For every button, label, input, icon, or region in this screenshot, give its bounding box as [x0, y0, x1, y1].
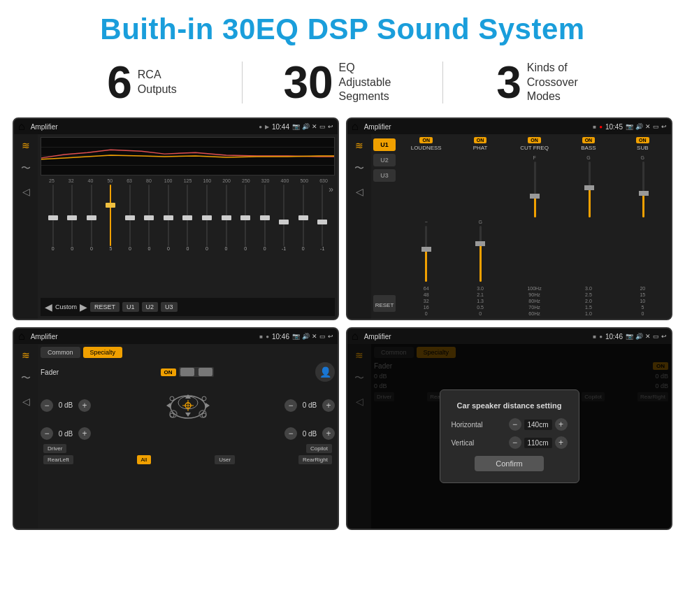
- dot-icon-2: ■: [593, 124, 596, 130]
- freq-125: 125: [178, 178, 198, 183]
- camera-icon-1: 📷: [292, 123, 300, 130]
- eq-main-area: 25 32 40 50 63 80 100 125 160 200 250 32…: [38, 134, 338, 319]
- dialog-confirm-button[interactable]: Confirm: [475, 456, 544, 471]
- dialog-vertical-plus[interactable]: +: [555, 436, 568, 449]
- wave-side-icon[interactable]: 〜: [21, 162, 31, 175]
- eq-side-icon[interactable]: ≋: [22, 140, 30, 151]
- amp-bass-toggle[interactable]: ON: [582, 137, 596, 143]
- side-icons-3: ≋ 〜 ◁: [14, 344, 38, 529]
- amp-cutfreq-toggle[interactable]: ON: [528, 137, 541, 143]
- eq-slider-12[interactable]: -1: [274, 185, 294, 251]
- amp-reset-label: RESET: [375, 302, 394, 308]
- screen-amp: ⌂ Amplifier ■ ● 10:45 📷 🔊 ✕ ▭ ↩ ≋ 〜 ◁: [346, 117, 672, 320]
- volume-side-icon[interactable]: ◁: [22, 186, 30, 197]
- wave-side-icon-2[interactable]: 〜: [354, 162, 364, 175]
- fader-fr-minus[interactable]: −: [284, 399, 297, 412]
- fader-label-all[interactable]: All: [137, 455, 152, 464]
- eq-bottom-bar: ◀ Custom ▶ RESET U1 U2 U3: [41, 298, 335, 316]
- fader-bar[interactable]: [179, 367, 214, 377]
- fader-tab-specialty[interactable]: Specialty: [83, 347, 123, 358]
- eq-slider-3[interactable]: 5: [101, 185, 121, 251]
- volume-side-icon-3[interactable]: ◁: [22, 396, 30, 407]
- eq-side-icon-2[interactable]: ≋: [355, 140, 363, 151]
- fader-label: Fader: [41, 368, 59, 376]
- fader-on-badge[interactable]: ON: [161, 368, 176, 376]
- screen-dialog: ⌂ Amplifier ■ ● 10:46 📷 🔊 ✕ ▭ ↩ ≋ 〜 ◁ C: [346, 327, 672, 530]
- amp-preset-u3[interactable]: U3: [373, 169, 396, 182]
- eq-play-btn[interactable]: ▶: [80, 301, 87, 313]
- back-icon-4[interactable]: ↩: [661, 333, 667, 340]
- statusbar-2: ⌂ Amplifier ■ ● 10:45 📷 🔊 ✕ ▭ ↩: [347, 119, 671, 134]
- eq-slider-2[interactable]: 0: [82, 185, 101, 251]
- eq-u1-btn[interactable]: U1: [122, 302, 139, 312]
- fader-label-copilot[interactable]: Copilot: [306, 444, 332, 453]
- dialog-horizontal-value: 140cm: [524, 420, 552, 430]
- freq-63: 63: [120, 178, 139, 183]
- fader-label-rearright[interactable]: RearRight: [298, 455, 332, 464]
- freq-40: 40: [81, 178, 101, 183]
- eq-nav-arrows[interactable]: »: [327, 183, 335, 196]
- amp-channel-phat: ON PHAT G 3.0 2.1 1.3: [454, 137, 505, 316]
- fader-settings-btn[interactable]: 👤: [315, 362, 335, 382]
- fader-on-control: ON: [161, 367, 214, 377]
- eq-side-icon-3[interactable]: ≋: [22, 350, 30, 361]
- amp-preset-u1[interactable]: U1: [373, 138, 396, 151]
- amp-reset-btn[interactable]: RESET: [373, 295, 396, 312]
- back-icon-1[interactable]: ↩: [328, 123, 333, 130]
- wave-side-icon-3[interactable]: 〜: [21, 372, 31, 385]
- home-icon-4[interactable]: ⌂: [352, 330, 359, 343]
- fader-tab-common[interactable]: Common: [41, 347, 80, 358]
- eq-slider-9[interactable]: 0: [217, 185, 236, 251]
- home-icon-1[interactable]: ⌂: [18, 120, 25, 133]
- amp-loudness-label: LOUDNESS: [411, 145, 442, 151]
- fader-rl-minus[interactable]: −: [41, 427, 53, 440]
- dot-icon-4: ■: [593, 334, 596, 340]
- fader-rl-plus[interactable]: +: [78, 427, 91, 440]
- back-icon-3[interactable]: ↩: [328, 333, 333, 340]
- dialog-title: Car speaker distance setting: [452, 401, 568, 410]
- freq-100: 100: [159, 178, 178, 183]
- amp-loudness-toggle[interactable]: ON: [419, 137, 433, 143]
- eq-slider-7[interactable]: 0: [178, 185, 198, 251]
- fader-rr-plus[interactable]: +: [322, 427, 335, 440]
- volume-side-icon-2[interactable]: ◁: [356, 186, 363, 197]
- fader-fl-plus[interactable]: +: [78, 399, 91, 412]
- eq-slider-5[interactable]: 0: [140, 185, 159, 251]
- fader-label-driver[interactable]: Driver: [43, 444, 66, 453]
- dialog-horizontal-minus[interactable]: −: [509, 418, 521, 431]
- side-icons-1: ≋ 〜 ◁: [14, 134, 38, 319]
- eq-reset-btn[interactable]: RESET: [90, 302, 120, 312]
- home-icon-3[interactable]: ⌂: [18, 330, 25, 343]
- eq-slider-8[interactable]: 0: [197, 185, 217, 251]
- eq-u3-btn[interactable]: U3: [161, 302, 178, 312]
- eq-slider-4[interactable]: 0: [120, 185, 140, 251]
- home-icon-2[interactable]: ⌂: [352, 120, 359, 133]
- screen3-content: ≋ 〜 ◁ Common Specialty Fader ON: [14, 344, 338, 529]
- fader-fl-minus[interactable]: −: [41, 399, 53, 412]
- eq-slider-11[interactable]: 0: [255, 185, 275, 251]
- back-icon-2[interactable]: ↩: [661, 123, 667, 130]
- fader-label-user[interactable]: User: [215, 455, 235, 464]
- amp-preset-u2[interactable]: U2: [373, 154, 396, 166]
- eq-slider-13[interactable]: 0: [294, 185, 313, 251]
- fader-main-area: Common Specialty Fader ON �: [38, 344, 338, 529]
- eq-slider-6[interactable]: 0: [159, 185, 178, 251]
- eq-slider-10[interactable]: 0: [236, 185, 255, 251]
- amp-sub-toggle[interactable]: ON: [636, 137, 649, 143]
- dialog-vertical-minus[interactable]: −: [509, 436, 521, 449]
- dialog-horizontal-plus[interactable]: +: [555, 418, 568, 431]
- fader-label-rearleft[interactable]: RearLeft: [43, 455, 73, 464]
- stat-crossover-label: Kinds ofCrossover Modes: [527, 61, 590, 104]
- fader-rr-minus[interactable]: −: [284, 427, 297, 440]
- freq-630: 630: [314, 178, 333, 183]
- freq-400: 400: [275, 178, 295, 183]
- rect-icon-1: ▭: [319, 123, 326, 130]
- amp-phat-toggle[interactable]: ON: [474, 137, 487, 143]
- eq-slider-0[interactable]: 0: [43, 185, 63, 251]
- fader-tabs: Common Specialty: [41, 347, 335, 358]
- eq-slider-1[interactable]: 0: [63, 185, 82, 251]
- eq-u2-btn[interactable]: U2: [142, 302, 159, 312]
- stat-eq-number: 30: [283, 60, 333, 105]
- fader-fr-plus[interactable]: +: [322, 399, 335, 412]
- eq-prev-btn[interactable]: ◀: [45, 301, 52, 313]
